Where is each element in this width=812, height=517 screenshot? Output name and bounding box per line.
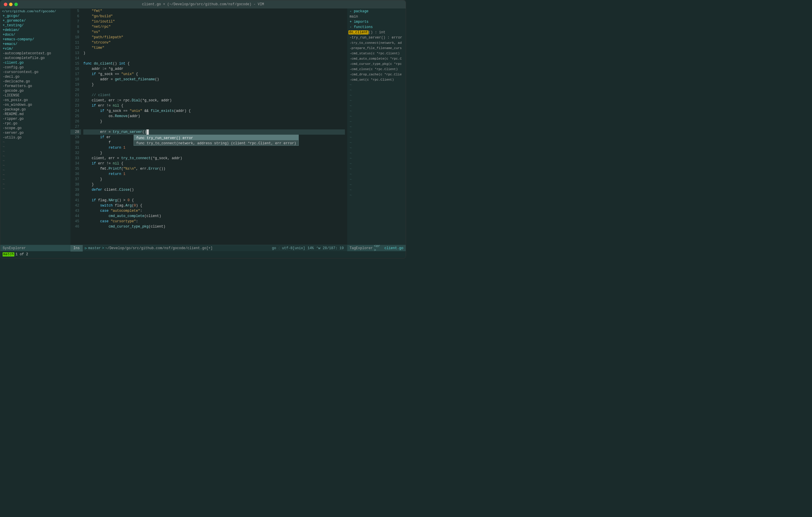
tag-tilde-22: ~ — [347, 192, 406, 198]
code-line-35: fmt.Printf("%s\n", err.Error()) — [83, 166, 345, 172]
linenum-25: 25 — [70, 114, 81, 119]
code-line-42: switch flag.Arg(0) { — [83, 203, 345, 208]
tag-func-main[interactable]: main — [347, 14, 406, 19]
tag-section-package: - package — [347, 8, 406, 14]
linenum-10: 10 — [70, 35, 81, 40]
sidebar-item-configgo[interactable]: -config.go — [0, 65, 70, 70]
tag-tilde-21: ~ — [347, 187, 406, 192]
sysexplorer-label: SysExplorer — [3, 246, 26, 250]
tag-tilde-17: ~ — [347, 166, 406, 172]
tag-tilde-13: ~ — [347, 145, 406, 150]
tag-func-cmd_cursor_type_pkg[interactable]: -cmd_cursor_type_pkg(c *rpc — [347, 61, 406, 66]
tag-tilde-12: ~ — [347, 140, 406, 145]
tag-func-cmd_drop_cache[interactable]: -cmd_drop_cache(c *rpc.Clie — [347, 71, 406, 77]
sidebar-item-license[interactable]: -LICENSE — [0, 93, 70, 98]
linenum-6: 6 — [70, 14, 81, 19]
code-line-26: } — [83, 119, 345, 124]
sidebar-item-readme[interactable]: -README.md — [0, 112, 70, 117]
code-line-24: if *g_sock == "unix" && file_exists(addr… — [83, 109, 345, 114]
percent: 14% — [308, 246, 314, 250]
tag-section-imports[interactable]: + imports — [347, 19, 406, 24]
sidebar-item-rippergo[interactable]: -ripper.go — [0, 117, 70, 121]
sidebar-item-utilsgo[interactable]: -utils.go — [0, 135, 70, 140]
sidebar-item-packagego[interactable]: -package.go — [0, 107, 70, 112]
match-bar: match 1 of 2 — [0, 251, 406, 257]
minimize-button[interactable] — [9, 3, 12, 6]
sidebar-item-cursorcontext[interactable]: -cursorcontext.go — [0, 70, 70, 74]
sidebar-item-debian[interactable]: +debian/ — [0, 28, 70, 32]
sidebar-item-testing[interactable]: +_testing/ — [0, 23, 70, 28]
sidebar-item-docs[interactable]: +docs/ — [0, 32, 70, 37]
autocomplete-popup[interactable]: func try_run_server() error func try_to_… — [134, 135, 299, 146]
sidebar-item-rpcgo[interactable]: -rpc.go — [0, 121, 70, 126]
sidebar-item-formattersgo[interactable]: -formatters.go — [0, 84, 70, 89]
sidebar[interactable]: </src/github.com/nsf/gocode/ +_gccgo/ +_… — [0, 8, 70, 245]
maximize-button[interactable] — [14, 3, 18, 6]
sidebar-item-clientgo[interactable]: -client.go — [0, 60, 70, 65]
sidebar-item-oswindows[interactable]: -os_windows.go — [0, 102, 70, 107]
sidebar-item-servergo[interactable]: -server.go — [0, 130, 70, 135]
sidebar-item-osposix[interactable]: -os_posix.go — [0, 98, 70, 102]
close-button[interactable] — [4, 3, 7, 6]
linenum-23: 23 — [70, 103, 81, 109]
linenum-35: 35 — [70, 166, 81, 172]
code-line-15: func do_client() int { — [83, 61, 345, 66]
code-line-16: addr := *g_addr — [83, 66, 345, 71]
tag-func-cmd_set[interactable]: -cmd_set(c *rpc.Client) — [347, 77, 406, 82]
sidebar-item-scopego[interactable]: -scope.go — [0, 126, 70, 130]
linenum-38: 38 — [70, 182, 81, 187]
linenum-20: 20 — [70, 87, 81, 93]
mode-text: Ins — [74, 246, 80, 250]
encoding: utf-8[unix] — [282, 246, 305, 250]
sidebar-item-declgo[interactable]: -decl.go — [0, 74, 70, 79]
tag-func-try_run_server[interactable]: -try_run_server() : error — [347, 35, 406, 40]
tag-func-cmd_auto_complete[interactable]: -cmd_auto_complete(c *rpc.C — [347, 56, 406, 61]
file-path: ~/Develop/go/src/github.com/nsf/gocode/c… — [105, 246, 212, 250]
code-line-22: client, err := rpc.Dial(*g_sock, addr) — [83, 98, 345, 103]
tag-tilde-14: ~ — [347, 150, 406, 156]
tag-tilde-8: ~ — [347, 119, 406, 124]
linenum-24: 24 — [70, 109, 81, 114]
code-line-8: "net/rpc" — [83, 24, 345, 30]
sidebar-tilde-2: ~ — [0, 145, 70, 149]
linenum-30: 30 — [70, 140, 81, 145]
sidebar-item-goremote[interactable]: +_goremote/ — [0, 19, 70, 23]
tag-func-prepare_file[interactable]: -prepare_file_filename_curs — [347, 45, 406, 51]
code-line-23: if err != nil { — [83, 103, 345, 109]
sidebar-item-vim[interactable]: +vim/ — [0, 47, 70, 51]
window-title: client.go + (~/Develop/go/src/github.com… — [142, 2, 264, 6]
linenum-22: 22 — [70, 98, 81, 103]
tag-func-cmd_close[interactable]: -cmd_close(c *rpc.Client) — [347, 66, 406, 71]
autocomplete-item-1[interactable]: func try_run_server() error — [134, 135, 298, 140]
sidebar-item-gccgo[interactable]: +_gccgo/ — [0, 14, 70, 19]
editor-area[interactable]: 5 6 7 8 9 10 11 12 13 14 15 16 17 18 19 … — [70, 8, 347, 245]
sidebar-item-autocompletecontext[interactable]: -autocompletecontext.go — [0, 51, 70, 56]
tag-tilde-6: ~ — [347, 109, 406, 114]
code-line-20 — [83, 87, 345, 93]
sidebar-tilde-8: ~ — [0, 173, 70, 177]
status-bar-row: SysExplorer Ins ▷ master > ~/Develop/go/… — [0, 245, 406, 251]
code-line-7: "io/ioutil" — [83, 19, 345, 24]
path-arrow: > — [102, 246, 104, 250]
code-line-46: cmd_cursor_type_pkg(client) — [83, 224, 345, 229]
linenum-29: 29 — [70, 135, 81, 140]
code-line-17: if *g_sock == "unix" { — [83, 71, 345, 77]
sidebar-item-emacs-company[interactable]: +emacs-company/ — [0, 37, 70, 42]
status-sep1: 〈 — [279, 246, 280, 250]
sidebar-item-emacs[interactable]: +emacs/ — [0, 42, 70, 47]
code-container: 5 6 7 8 9 10 11 12 13 14 15 16 17 18 19 … — [70, 8, 347, 245]
tag-func-cmd_status[interactable]: -cmd_status(c *rpc.Client) — [347, 51, 406, 56]
tag-func-try_to_connect[interactable]: -try_to_connect(network, ad — [347, 40, 406, 45]
code-line-41: if flag.NArg() > 0 { — [83, 198, 345, 203]
tag-tilde-11: ~ — [347, 135, 406, 140]
linenum-32: 32 — [70, 150, 81, 156]
sidebar-item-gocodego[interactable]: -gocode.go — [0, 89, 70, 93]
tag-func-do_client[interactable]: do_client() : int — [347, 30, 406, 35]
match-word: match — [3, 252, 14, 256]
autocomplete-item-2[interactable]: func try_to_connect(network, address str… — [134, 140, 298, 146]
sidebar-item-autocompletefile[interactable]: -autocompletefile.go — [0, 56, 70, 60]
sidebar-tilde-11: ~ — [0, 187, 70, 191]
editor-status-bar: Ins ▷ master > ~/Develop/go/src/github.c… — [70, 245, 347, 251]
linenum-18: 18 — [70, 77, 81, 82]
sidebar-item-declcachego[interactable]: -declcache.go — [0, 79, 70, 84]
